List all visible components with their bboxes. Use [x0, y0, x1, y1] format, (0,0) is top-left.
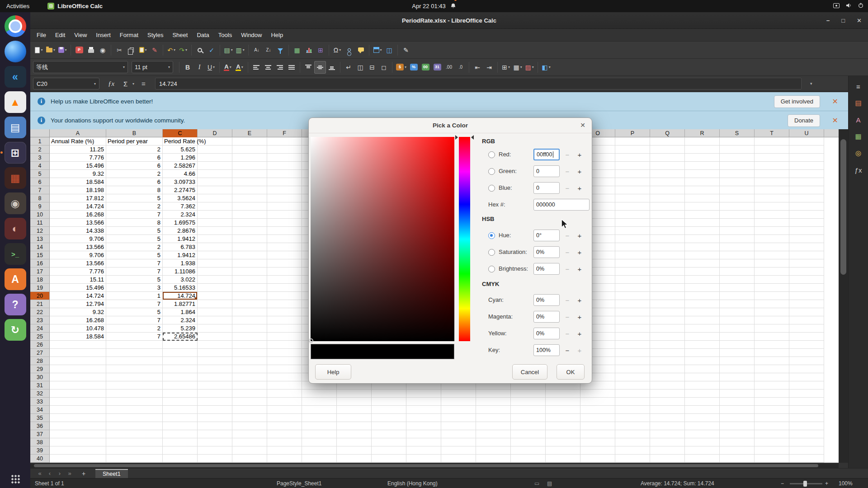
split-window-icon[interactable]: ◫ — [383, 44, 395, 56]
cell-F27[interactable] — [267, 349, 302, 357]
cell-E14[interactable] — [232, 243, 267, 251]
cell-A11[interactable]: 13.566 — [50, 219, 106, 227]
cell-U11[interactable] — [789, 219, 824, 227]
cell-G35[interactable] — [302, 414, 337, 422]
cell-C12[interactable]: 2.8676 — [163, 227, 198, 235]
volume-icon[interactable] — [846, 3, 852, 9]
cell-U21[interactable] — [789, 300, 824, 308]
row-header-32[interactable]: 32 — [30, 389, 50, 398]
cell-E1[interactable] — [232, 137, 267, 145]
cell-J34[interactable] — [406, 406, 441, 414]
cell-T37[interactable] — [755, 430, 789, 438]
cell-T40[interactable] — [755, 455, 789, 463]
cell-I32[interactable] — [372, 389, 406, 398]
cell-S39[interactable] — [720, 446, 755, 455]
cell-F31[interactable] — [267, 381, 302, 389]
close-button[interactable]: ✕ — [857, 17, 862, 24]
cell-G39[interactable] — [302, 446, 337, 455]
cell-A39[interactable] — [50, 446, 106, 455]
cell-M40[interactable] — [511, 455, 546, 463]
cell-O34[interactable] — [580, 406, 615, 414]
cell-T7[interactable] — [755, 186, 789, 194]
cell-S40[interactable] — [720, 455, 755, 463]
cell-C26[interactable] — [163, 341, 198, 349]
cell-E30[interactable] — [232, 373, 267, 381]
cell-G34[interactable] — [302, 406, 337, 414]
cell-T22[interactable] — [755, 308, 789, 316]
cell-U28[interactable] — [789, 357, 824, 365]
last-sheet-button[interactable]: » — [65, 470, 75, 477]
cell-D38[interactable] — [198, 438, 232, 446]
row-header-34[interactable]: 34 — [30, 406, 50, 414]
cell-P12[interactable] — [615, 227, 650, 235]
cell-D23[interactable] — [198, 316, 232, 324]
cell-S32[interactable] — [720, 389, 755, 398]
cell-P22[interactable] — [615, 308, 650, 316]
cell-E9[interactable] — [232, 202, 267, 211]
cell-F40[interactable] — [267, 455, 302, 463]
menu-file[interactable]: File — [32, 29, 51, 41]
cell-C7[interactable]: 2.27475 — [163, 186, 198, 194]
cell-B2[interactable]: 2 — [106, 145, 163, 154]
cell-S12[interactable] — [720, 227, 755, 235]
cell-C39[interactable] — [163, 446, 198, 455]
undo-icon[interactable]: ↶▾ — [165, 44, 177, 56]
cell-I40[interactable] — [372, 455, 406, 463]
cell-U29[interactable] — [789, 365, 824, 373]
cell-D22[interactable] — [198, 308, 232, 316]
next-sheet-button[interactable]: › — [55, 470, 65, 477]
cell-C2[interactable]: 5.625 — [163, 145, 198, 154]
cell-S13[interactable] — [720, 235, 755, 243]
cell-F30[interactable] — [267, 373, 302, 381]
cell-D9[interactable] — [198, 202, 232, 211]
cell-E36[interactable] — [232, 422, 267, 430]
cell-F32[interactable] — [267, 389, 302, 398]
cell-S14[interactable] — [720, 243, 755, 251]
cell-N35[interactable] — [546, 414, 580, 422]
cell-C17[interactable]: 1.11086 — [163, 267, 198, 276]
cell-P13[interactable] — [615, 235, 650, 243]
cell-K32[interactable] — [441, 389, 476, 398]
cell-P6[interactable] — [615, 178, 650, 186]
cell-A35[interactable] — [50, 414, 106, 422]
cell-D5[interactable] — [198, 170, 232, 178]
cell-C5[interactable]: 4.66 — [163, 170, 198, 178]
cell-T6[interactable] — [755, 178, 789, 186]
cell-C10[interactable]: 2.324 — [163, 211, 198, 219]
cell-E12[interactable] — [232, 227, 267, 235]
screencast-icon[interactable] — [833, 3, 840, 9]
cell-T12[interactable] — [755, 227, 789, 235]
cell-D24[interactable] — [198, 324, 232, 333]
styles-icon[interactable]: A — [852, 113, 865, 126]
cell-D20[interactable] — [198, 292, 232, 300]
cell-U30[interactable] — [789, 373, 824, 381]
cell-P32[interactable] — [615, 389, 650, 398]
cell-R35[interactable] — [685, 414, 720, 422]
cell-B14[interactable]: 2 — [106, 243, 163, 251]
increase-indent-icon[interactable]: ⇥ — [483, 61, 495, 74]
cell-S22[interactable] — [720, 308, 755, 316]
yellow-decrement-button[interactable]: − — [562, 328, 572, 339]
cell-P15[interactable] — [615, 251, 650, 259]
cell-F37[interactable] — [267, 430, 302, 438]
cell-N37[interactable] — [546, 430, 580, 438]
red-radio[interactable] — [488, 151, 495, 158]
cell-E25[interactable] — [232, 333, 267, 341]
cell-C16[interactable]: 1.938 — [163, 259, 198, 267]
zoom-out-button[interactable]: − — [781, 479, 784, 488]
cell-A29[interactable] — [50, 365, 106, 373]
merge-and-center-icon[interactable]: ◫ — [354, 61, 366, 74]
cut-icon[interactable]: ✂ — [113, 44, 125, 56]
cell-I38[interactable] — [372, 438, 406, 446]
cell-F15[interactable] — [267, 251, 302, 259]
cell-P19[interactable] — [615, 284, 650, 292]
cell-D4[interactable] — [198, 162, 232, 170]
cell-T31[interactable] — [755, 381, 789, 389]
column-header-A[interactable]: A — [50, 129, 106, 137]
cell-H35[interactable] — [337, 414, 372, 422]
cell-T26[interactable] — [755, 341, 789, 349]
cell-F16[interactable] — [267, 259, 302, 267]
insert-column-icon[interactable]: ▥▾ — [234, 44, 246, 56]
previous-sheet-button[interactable]: ‹ — [45, 470, 55, 477]
row-header-30[interactable]: 30 — [30, 373, 50, 381]
